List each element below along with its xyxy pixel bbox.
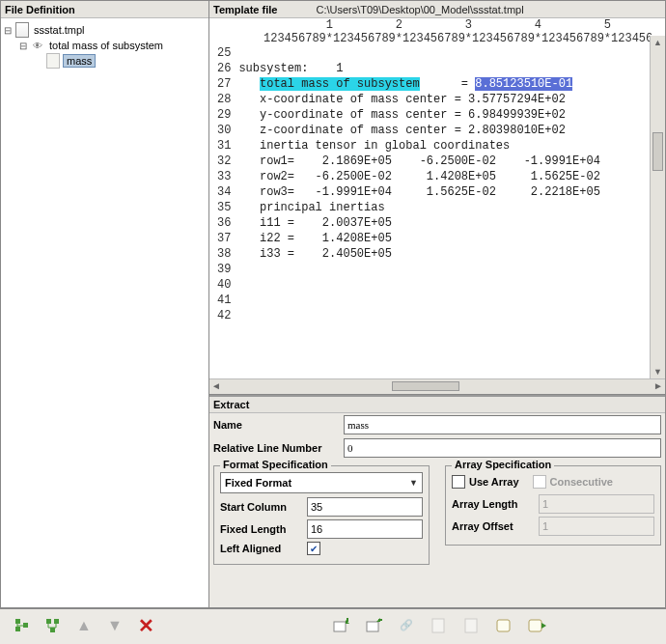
script-run-button[interactable] xyxy=(527,615,548,636)
svg-rect-8 xyxy=(432,619,444,632)
import-button[interactable] xyxy=(330,615,351,636)
format-spec-group: Format Specification Fixed Format ▼ Star… xyxy=(213,465,430,565)
move-down-button[interactable]: ▼ xyxy=(104,615,125,636)
file-definition-panel: File Definition ⊟ ssstat.tmpl ⊟ total ma… xyxy=(1,1,209,607)
consecutive-label: Consecutive xyxy=(550,476,613,488)
svg-rect-6 xyxy=(334,622,346,631)
svg-rect-4 xyxy=(54,619,59,624)
array-offset-input xyxy=(539,517,654,536)
relnum-input[interactable] xyxy=(344,438,661,458)
doc-a-button[interactable] xyxy=(429,615,450,636)
tree-leaf-label: mass xyxy=(63,54,96,68)
fixed-len-label: Fixed Length xyxy=(220,523,307,535)
name-input[interactable] xyxy=(344,415,661,434)
file-tree[interactable]: ⊟ ssstat.tmpl ⊟ total mass of subsystem … xyxy=(1,18,208,607)
use-array-checkbox[interactable] xyxy=(452,475,465,489)
export-button[interactable] xyxy=(363,615,384,636)
start-col-input[interactable] xyxy=(307,497,423,517)
array-length-input xyxy=(539,494,654,514)
tree-root-row[interactable]: ⊟ ssstat.tmpl xyxy=(3,22,207,38)
name-label: Name xyxy=(213,419,344,431)
template-header: Template file C:\Users\T09\Desktop\00_Mo… xyxy=(209,1,665,18)
tree-expand-button[interactable] xyxy=(12,615,33,636)
eye-icon xyxy=(30,39,45,52)
move-up-button[interactable]: ▲ xyxy=(73,615,95,636)
start-col-label: Start Column xyxy=(220,501,307,513)
scrollbar-thumb[interactable] xyxy=(652,132,663,171)
array-length-label: Array Length xyxy=(452,498,539,510)
format-combo[interactable]: Fixed Format ▼ xyxy=(220,472,423,493)
relnum-label: Relative Line Number xyxy=(213,442,344,454)
array-spec-group: Array Specification Use Array Consecutiv… xyxy=(445,465,661,546)
svg-rect-0 xyxy=(15,619,20,624)
template-path: C:\Users\T09\Desktop\00_Model\ssstat.tmp… xyxy=(316,4,523,15)
tree-root-label: ssstat.tmpl xyxy=(32,24,87,36)
code-text[interactable]: subsystem: 1 total mass of subsystem = 8… xyxy=(238,45,665,378)
doc-b-button[interactable] xyxy=(461,615,483,636)
format-legend: Format Specification xyxy=(220,459,331,470)
delete-button[interactable]: ✕ xyxy=(135,615,156,636)
fixed-len-input[interactable] xyxy=(307,519,423,539)
blank-icon xyxy=(45,54,61,68)
script-button[interactable] xyxy=(494,615,515,636)
svg-rect-5 xyxy=(50,628,55,632)
horizontal-scrollbar[interactable] xyxy=(209,378,665,394)
left-aligned-checkbox[interactable] xyxy=(307,542,320,555)
line-gutter: 252627282930313233343536373839404142 xyxy=(209,45,238,378)
file-icon xyxy=(14,23,30,37)
svg-rect-9 xyxy=(465,619,477,632)
highlight-value: 8.85123510E-01 xyxy=(475,77,572,91)
svg-rect-7 xyxy=(367,622,378,631)
tree-leaf-row[interactable]: mass xyxy=(3,53,207,69)
svg-rect-3 xyxy=(46,619,51,624)
extract-header: Extract xyxy=(209,397,665,413)
format-combo-value: Fixed Format xyxy=(225,477,291,489)
extract-panel: Extract Name Relative Line Number Format… xyxy=(209,395,665,567)
consecutive-checkbox xyxy=(533,475,546,489)
link-button[interactable]: 🔗 xyxy=(396,615,417,636)
chevron-down-icon: ▼ xyxy=(409,478,418,488)
array-legend: Array Specification xyxy=(452,459,554,470)
vertical-scrollbar[interactable] xyxy=(650,36,665,378)
highlight-keyword: total mass of subsystem xyxy=(260,77,420,91)
template-code-area: 1 2 3 4 5 123456789*123456789*123456789*… xyxy=(209,18,665,395)
file-definition-header: File Definition xyxy=(1,1,208,18)
use-array-label: Use Array xyxy=(469,476,519,488)
ruler: 1 2 3 4 5 123456789*123456789*123456789*… xyxy=(209,18,665,45)
array-offset-label: Array Offset xyxy=(452,520,539,532)
svg-rect-2 xyxy=(23,623,28,628)
tree-toggle-icon[interactable]: ⊟ xyxy=(18,41,28,50)
tree-toggle-icon[interactable]: ⊟ xyxy=(3,25,13,35)
tree-child-row[interactable]: ⊟ total mass of subsystem xyxy=(3,38,207,53)
left-aligned-label: Left Aligned xyxy=(220,543,307,554)
template-title: Template file xyxy=(213,4,277,15)
scrollbar-thumb[interactable] xyxy=(392,381,459,391)
tree-child-label: total mass of subsystem xyxy=(47,40,165,51)
tree-collapse-button[interactable] xyxy=(42,615,64,636)
bottom-toolbar: ▲ ▼ ✕ 🔗 xyxy=(0,608,666,641)
